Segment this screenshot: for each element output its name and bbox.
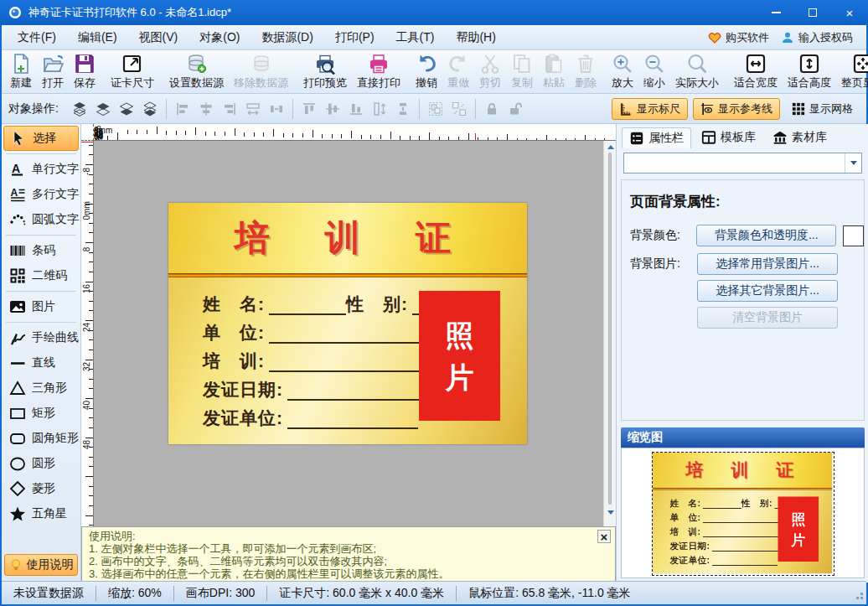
menu-print[interactable]: 打印(P) bbox=[324, 27, 385, 49]
design-canvas[interactable]: 培 训 证姓 名:性 别:单 位:培 训:发证日期:发证单位:照片 bbox=[94, 141, 616, 526]
guide-icon bbox=[700, 102, 714, 116]
card-field-label: 发证单位: bbox=[203, 407, 283, 429]
tool-single-line-text[interactable]: A单行文字 bbox=[3, 157, 79, 182]
buy-software-button[interactable]: 购买软件 bbox=[708, 30, 769, 45]
minimize-button[interactable] bbox=[757, 0, 794, 25]
zoom-out-button[interactable]: 缩小 bbox=[638, 51, 670, 92]
layer-back-button[interactable] bbox=[141, 100, 159, 118]
menu-file[interactable]: 文件(F) bbox=[7, 27, 67, 49]
redo-icon bbox=[447, 53, 469, 75]
tool-panel: 选择A单行文字A多行文字圆弧文字条码二维码图片手绘曲线直线三角形矩形圆角矩形圆形… bbox=[2, 124, 81, 583]
tool-freehand-curve[interactable]: 手绘曲线 bbox=[3, 325, 79, 350]
show-ruler-label: 显示标尺 bbox=[637, 101, 680, 117]
print-preview-button[interactable]: 打印预览 bbox=[298, 51, 352, 92]
image-icon bbox=[9, 298, 26, 315]
tool-select[interactable]: 选择 bbox=[3, 126, 79, 151]
show-ruler-toggle[interactable]: 显示标尺 bbox=[612, 98, 688, 120]
delete-button: 删除 bbox=[570, 51, 602, 92]
menu-object[interactable]: 对象(O) bbox=[189, 27, 251, 49]
fit-page-button[interactable]: 整页显示 bbox=[836, 51, 868, 92]
chevron-down-icon[interactable] bbox=[845, 153, 861, 173]
enter-license-button[interactable]: 输入授权码 bbox=[781, 30, 853, 45]
menu-view[interactable]: 视图(V) bbox=[128, 27, 189, 49]
tool-circle[interactable]: 圆形 bbox=[3, 451, 79, 476]
show-guides-toggle[interactable]: 显示参考线 bbox=[693, 98, 780, 120]
layer-front-button[interactable] bbox=[70, 100, 89, 118]
tool-star[interactable]: 五角星 bbox=[3, 501, 79, 526]
card-field-line bbox=[269, 354, 433, 372]
props-icon bbox=[629, 131, 644, 146]
tool-diamond[interactable]: 菱形 bbox=[3, 476, 79, 501]
card-design[interactable]: 培 训 证姓 名:性 别:单 位:培 训:发证日期:发证单位:照片 bbox=[168, 203, 527, 444]
tab-materials[interactable]: 素材库 bbox=[766, 127, 834, 148]
curve-icon bbox=[9, 329, 26, 346]
toolbar-button-label: 撤销 bbox=[416, 75, 437, 91]
menu-help[interactable]: 帮助(H) bbox=[445, 27, 506, 49]
scrollbar-thumb[interactable] bbox=[608, 153, 612, 505]
set-datasource-button[interactable]: 设置数据源 bbox=[164, 51, 229, 92]
bg-color-swatch[interactable] bbox=[843, 225, 864, 246]
tool-label: 选择 bbox=[33, 131, 56, 146]
menu-tools[interactable]: 工具(T) bbox=[385, 27, 446, 49]
close-button[interactable]: × bbox=[831, 0, 868, 25]
arc-text-icon bbox=[9, 211, 26, 228]
zoom-in-button[interactable]: 放大 bbox=[607, 51, 638, 92]
layer-forward-button[interactable] bbox=[94, 100, 112, 118]
cut-icon bbox=[479, 53, 501, 75]
toolbar-separator bbox=[166, 99, 167, 119]
actual-size-button[interactable]: 实际大小 bbox=[670, 51, 724, 92]
tool-line[interactable]: 直线 bbox=[3, 350, 79, 376]
menu-datasource[interactable]: 数据源(D) bbox=[251, 27, 323, 49]
tool-group-separator bbox=[6, 291, 76, 292]
element-selector-dropdown[interactable] bbox=[623, 153, 862, 174]
tool-image[interactable]: 图片 bbox=[3, 294, 79, 319]
tool-multi-line-text[interactable]: A多行文字 bbox=[3, 182, 79, 207]
same-height-button bbox=[370, 100, 389, 118]
toolbar-button-label: 新建 bbox=[10, 75, 32, 91]
scroll-down-arrow-icon[interactable] bbox=[604, 506, 616, 518]
toolbar-button-label: 删除 bbox=[575, 75, 597, 91]
tool-barcode[interactable]: 条码 bbox=[3, 238, 79, 263]
tab-templates[interactable]: 模板库 bbox=[695, 127, 762, 148]
card-thumbnail[interactable]: 培 训 证姓 名:性 别:单 位:培 训:发证日期:发证单位:照片 bbox=[653, 453, 834, 575]
cursor-icon bbox=[10, 130, 27, 147]
open-file-button[interactable]: 打开 bbox=[37, 51, 69, 92]
bg-image-button-1[interactable]: 选择其它背景图片... bbox=[697, 280, 838, 302]
tool-rectangle[interactable]: 矩形 bbox=[3, 401, 79, 426]
close-icon[interactable]: × bbox=[597, 530, 611, 543]
card-field-label: 发证日期: bbox=[669, 541, 710, 552]
ruler-corner bbox=[81, 124, 94, 141]
tool-triangle[interactable]: 三角形 bbox=[3, 376, 79, 401]
tool-arc-text[interactable]: 圆弧文字 bbox=[3, 207, 79, 232]
card-body: 姓 名:性 别:单 位:培 训:发证日期:发证单位:照片 bbox=[168, 277, 527, 429]
tool-rounded-rectangle[interactable]: 圆角矩形 bbox=[3, 426, 79, 451]
tool-label: 圆弧文字 bbox=[32, 212, 79, 227]
save-button[interactable]: 保存 bbox=[69, 51, 101, 92]
maximize-button[interactable] bbox=[794, 0, 831, 25]
align-bottom-button bbox=[347, 100, 365, 118]
layer-backward-button[interactable] bbox=[117, 100, 136, 118]
status-item: 证卡尺寸: 60.0 毫米 x 40.0 毫米 bbox=[267, 586, 456, 601]
ungroup-button bbox=[450, 100, 468, 118]
print-preview-icon bbox=[314, 53, 336, 75]
direct-print-button[interactable]: 直接打印 bbox=[352, 51, 406, 92]
toolbar-button-label: 移除数据源 bbox=[234, 75, 288, 91]
bg-image-button-0[interactable]: 选择常用背景图片... bbox=[697, 253, 838, 275]
scroll-up-arrow-icon[interactable] bbox=[604, 141, 616, 153]
undo-button[interactable]: 撤销 bbox=[411, 51, 442, 92]
bg-color-button[interactable]: 背景颜色和透明度... bbox=[696, 225, 836, 246]
tab-properties[interactable]: 属性栏 bbox=[622, 127, 691, 148]
toolbar-button-label: 粘贴 bbox=[543, 75, 565, 91]
fit-width-button[interactable]: 适合宽度 bbox=[729, 51, 783, 92]
menu-edit[interactable]: 编辑(E) bbox=[67, 27, 128, 49]
align-right-icon bbox=[222, 101, 237, 117]
new-file-button[interactable]: 新建 bbox=[5, 51, 37, 92]
vertical-scrollbar[interactable] bbox=[603, 141, 616, 526]
show-grid-toggle[interactable]: 显示网格 bbox=[785, 99, 860, 119]
resize-grip-icon[interactable] bbox=[851, 588, 863, 599]
card-size-button[interactable]: 证卡尺寸 bbox=[106, 51, 159, 92]
fit-height-button[interactable]: 适合高度 bbox=[783, 51, 836, 92]
help-button[interactable]: 使用说明 bbox=[4, 554, 78, 576]
tool-qrcode[interactable]: 二维码 bbox=[3, 263, 79, 288]
tool-label: 圆形 bbox=[32, 456, 55, 471]
